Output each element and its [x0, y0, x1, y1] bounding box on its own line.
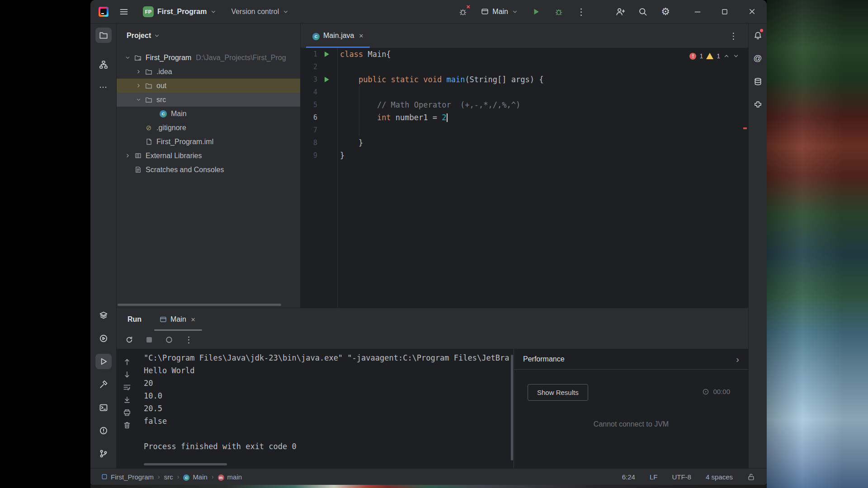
soft-wrap-icon[interactable]: [123, 383, 131, 391]
chevron-down-icon[interactable]: [134, 97, 143, 103]
run-configuration-widget[interactable]: Main: [477, 5, 522, 19]
run-toolwindow-icon[interactable]: [95, 354, 112, 369]
maximize-button[interactable]: [714, 3, 735, 21]
minimize-button[interactable]: [687, 3, 708, 21]
more-options-icon[interactable]: ⋮: [183, 333, 195, 346]
breadcrumb-class[interactable]: C Main: [183, 473, 208, 481]
show-results-button[interactable]: Show Results: [528, 384, 588, 401]
project-panel-header[interactable]: Project: [117, 23, 300, 48]
code-line[interactable]: }: [340, 136, 743, 149]
problems-icon[interactable]: [95, 423, 112, 438]
folder-icon: [145, 82, 153, 89]
print-icon[interactable]: [123, 408, 131, 417]
project-horizontal-scrollbar[interactable]: [118, 304, 281, 306]
build-icon[interactable]: [95, 377, 112, 392]
tree-item-out[interactable]: out: [117, 79, 300, 93]
breadcrumb-method[interactable]: m main: [218, 473, 242, 481]
plugins-icon[interactable]: [750, 97, 765, 112]
tree-item-idea[interactable]: .idea: [117, 65, 300, 79]
code-line[interactable]: [340, 61, 743, 73]
run-button[interactable]: [528, 4, 544, 20]
tree-item-iml-file[interactable]: First_Program.iml: [117, 135, 300, 149]
project-widget[interactable]: FP First_Program: [139, 4, 220, 20]
run-debug-icon[interactable]: [95, 331, 112, 346]
next-problem-icon[interactable]: [733, 53, 739, 59]
tree-item-external-libraries[interactable]: External Libraries: [117, 149, 300, 163]
version-control-widget[interactable]: Version control: [227, 5, 292, 19]
editor-panel: C Main.java ✕ ⋮ 123456789 class Main{ pu…: [301, 23, 748, 308]
tree-item-first-program[interactable]: First_Program D:\Java_Projects\First_Pro…: [117, 51, 300, 65]
run-tab-close-icon[interactable]: ✕: [190, 315, 197, 324]
file-encoding[interactable]: UTF-8: [672, 473, 691, 481]
tree-item-scratches[interactable]: Scratches and Consoles: [117, 163, 300, 177]
run-line-icon[interactable]: [325, 52, 329, 57]
code-with-me-button[interactable]: [612, 4, 628, 20]
close-button[interactable]: [741, 3, 762, 21]
chevron-right-icon[interactable]: [134, 83, 143, 89]
services-icon[interactable]: [95, 308, 112, 323]
scroll-to-end-icon[interactable]: [123, 396, 131, 404]
tree-item-main-class[interactable]: C Main: [117, 107, 300, 121]
tab-main-java[interactable]: C Main.java ✕: [306, 23, 370, 48]
code-line[interactable]: public static void main(String[] args) {: [340, 73, 743, 86]
chevron-right-icon[interactable]: [123, 153, 132, 159]
caret-position[interactable]: 6:24: [622, 473, 635, 481]
run-toolbar: ⋮: [117, 331, 748, 349]
run-line-icon[interactable]: [325, 77, 329, 82]
structure-icon[interactable]: [95, 57, 112, 72]
tree-item-src[interactable]: src: [117, 93, 300, 107]
lock-icon[interactable]: [747, 473, 755, 481]
line-ending[interactable]: LF: [650, 473, 658, 481]
terminal-icon[interactable]: [95, 400, 112, 415]
editor-code[interactable]: class Main{ public static void main(Stri…: [338, 48, 743, 308]
run-tool-window-header: Run Main ✕: [117, 308, 748, 331]
tree-item-gitignore[interactable]: ⊘ .gitignore: [117, 121, 300, 135]
source-folder-icon: [145, 96, 153, 103]
project-toolwindow-icon[interactable]: [95, 28, 112, 43]
code-line[interactable]: // Math Operator (+,-,*,/,%,^): [340, 99, 743, 111]
tab-options-icon[interactable]: ⋮: [729, 23, 738, 48]
chevron-right-icon[interactable]: [134, 69, 143, 75]
search-everywhere-button[interactable]: [635, 4, 651, 20]
tab-label: Main.java: [323, 32, 354, 40]
console-options-icon[interactable]: [163, 333, 175, 346]
inspections-widget[interactable]: ! 1 1: [689, 52, 739, 60]
performance-header[interactable]: Performance ›: [514, 349, 748, 370]
editor-body[interactable]: 123456789 class Main{ public static void…: [301, 48, 748, 308]
version-control-icon[interactable]: [95, 446, 112, 461]
stop-icon[interactable]: [143, 333, 156, 346]
code-line[interactable]: }: [340, 149, 743, 162]
scroll-up-icon[interactable]: [123, 358, 131, 366]
console-output[interactable]: "C:\Program Files\Java\jdk-23\bin\java.e…: [137, 349, 514, 468]
chevron-down-icon[interactable]: [123, 55, 132, 61]
error-stripe-mark[interactable]: [743, 127, 747, 129]
scroll-down-icon[interactable]: [123, 371, 131, 379]
code-line[interactable]: [340, 124, 743, 136]
code-line[interactable]: [340, 86, 743, 99]
tree-item-path: D:\Java_Projects\First_Prog: [196, 54, 286, 62]
settings-button[interactable]: ⚙: [657, 4, 674, 20]
notifications-icon[interactable]: [750, 28, 765, 43]
console-vertical-scrollbar[interactable]: [511, 355, 513, 460]
bug-disabled-icon[interactable]: ✕: [455, 4, 471, 20]
debug-button[interactable]: [551, 4, 567, 20]
tab-close-icon[interactable]: ✕: [358, 32, 364, 40]
chevron-right-icon[interactable]: ›: [736, 355, 739, 364]
breadcrumb-project[interactable]: First_Program: [101, 473, 154, 481]
console-horizontal-scrollbar[interactable]: [144, 463, 227, 465]
more-actions-button[interactable]: ⋮: [573, 4, 590, 20]
prev-problem-icon[interactable]: [723, 53, 730, 59]
more-toolwindows-icon[interactable]: ⋯: [95, 80, 112, 95]
project-panel: Project First_Program D:\Java_Projects\F…: [117, 23, 301, 308]
database-icon[interactable]: [750, 74, 765, 89]
run-tab-main[interactable]: Main ✕: [154, 308, 202, 331]
indent-setting[interactable]: 4 spaces: [706, 473, 733, 481]
main-menu-button[interactable]: [116, 4, 132, 20]
code-line[interactable]: int number1 = 2: [340, 111, 743, 124]
line-number: 4: [301, 88, 317, 96]
code-line[interactable]: class Main{: [340, 48, 743, 61]
breadcrumb-src[interactable]: src: [164, 473, 173, 481]
clear-console-icon[interactable]: [123, 421, 131, 429]
ai-assistant-icon[interactable]: @: [750, 51, 765, 66]
rerun-icon[interactable]: [123, 333, 136, 346]
